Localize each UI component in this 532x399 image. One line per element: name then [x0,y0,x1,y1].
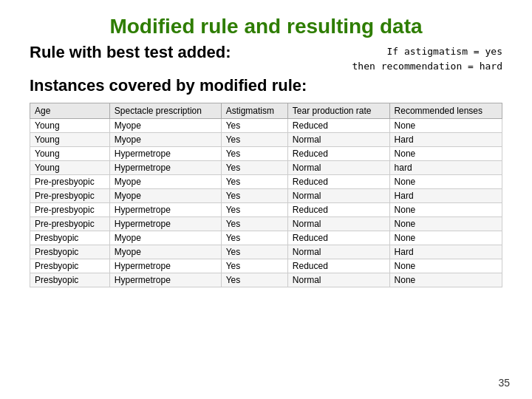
main-title: Modified rule and resulting data [30,15,502,38]
table-cell: Yes [221,245,287,259]
table-cell: Yes [221,161,287,175]
table-cell: None [389,147,502,161]
table-cell: Yes [221,273,287,287]
table-cell: Normal [287,133,389,147]
table-row: PresbyopicMyopeYesReducedNone [30,231,502,245]
table-cell: Hard [389,189,502,203]
table-cell: Young [30,161,110,175]
rule-label: Rule with best test added: [30,43,352,62]
table-row: YoungMyopeYesNormalHard [30,133,502,147]
rule-code: If astigmatism = yes then recommendation… [352,44,503,73]
col-header-age: Age [30,103,110,119]
table-cell: hard [389,161,502,175]
table-cell: Myope [109,245,221,259]
table-cell: Yes [221,259,287,273]
table-cell: Hypermetrope [109,147,221,161]
table-cell: None [389,259,502,273]
table-cell: Normal [287,189,389,203]
table-cell: Yes [221,119,287,133]
table-cell: Presbyopic [30,259,110,273]
table-cell: Yes [221,217,287,231]
table-cell: Pre-presbyopic [30,189,110,203]
rule-code-line1: If astigmatism = yes [386,46,502,57]
table-cell: Young [30,133,110,147]
table-cell: Reduced [287,175,389,189]
table-cell: Normal [287,245,389,259]
table-row: Pre-presbyopicHypermetropeYesNormalNone [30,217,502,231]
table-cell: Myope [109,133,221,147]
table-cell: Hypermetrope [109,259,221,273]
table-cell: Yes [221,231,287,245]
data-table: Age Spectacle prescription Astigmatism T… [30,103,502,287]
table-cell: Myope [109,189,221,203]
table-row: YoungHypermetropeYesNormalhard [30,161,502,175]
table-row: PresbyopicHypermetropeYesNormalNone [30,273,502,287]
table-cell: Myope [109,231,221,245]
table-cell: None [389,273,502,287]
table-cell: Hypermetrope [109,273,221,287]
col-header-astigmatism: Astigmatism [221,103,287,119]
table-cell: Pre-presbyopic [30,175,110,189]
table-row: Pre-presbyopicHypermetropeYesReducedNone [30,203,502,217]
table-cell: Pre-presbyopic [30,217,110,231]
slide: Modified rule and resulting data Rule wi… [0,0,532,399]
table-cell: Myope [109,175,221,189]
col-header-lenses: Recommended lenses [389,103,502,119]
table-cell: Hypermetrope [109,203,221,217]
table-cell: None [389,203,502,217]
table-cell: None [389,231,502,245]
table-cell: Presbyopic [30,245,110,259]
table-cell: Hypermetrope [109,217,221,231]
table-row: Pre-presbyopicMyopeYesReducedNone [30,175,502,189]
table-cell: Myope [109,119,221,133]
table-cell: None [389,119,502,133]
table-cell: Presbyopic [30,273,110,287]
table-cell: None [389,175,502,189]
instances-title: Instances covered by modified rule: [30,76,502,95]
rule-section: Rule with best test added: If astigmatis… [30,43,502,73]
table-cell: Young [30,119,110,133]
table-cell: Reduced [287,231,389,245]
rule-code-line2: then recommendation = hard [352,61,503,72]
table-cell: Hard [389,133,502,147]
table-row: YoungHypermetropeYesReducedNone [30,147,502,161]
table-cell: Pre-presbyopic [30,203,110,217]
table-cell: Hard [389,245,502,259]
table-cell: Yes [221,147,287,161]
table-cell: Reduced [287,259,389,273]
table-row: YoungMyopeYesReducedNone [30,119,502,133]
table-header-row: Age Spectacle prescription Astigmatism T… [30,103,502,119]
table-cell: Normal [287,217,389,231]
table-cell: Presbyopic [30,231,110,245]
table-cell: Young [30,147,110,161]
page-number: 35 [498,377,510,389]
table-row: PresbyopicMyopeYesNormalHard [30,245,502,259]
table-cell: Normal [287,161,389,175]
table-cell: Yes [221,133,287,147]
table-cell: Normal [287,273,389,287]
col-header-tear: Tear production rate [287,103,389,119]
table-cell: None [389,217,502,231]
table-cell: Yes [221,203,287,217]
table-cell: Reduced [287,147,389,161]
table-cell: Yes [221,175,287,189]
table-cell: Hypermetrope [109,161,221,175]
table-row: Pre-presbyopicMyopeYesNormalHard [30,189,502,203]
table-cell: Reduced [287,203,389,217]
table-cell: Yes [221,189,287,203]
table-row: PresbyopicHypermetropeYesReducedNone [30,259,502,273]
table-body: YoungMyopeYesReducedNoneYoungMyopeYesNor… [30,119,502,287]
table-cell: Reduced [287,119,389,133]
col-header-spectacle: Spectacle prescription [109,103,221,119]
